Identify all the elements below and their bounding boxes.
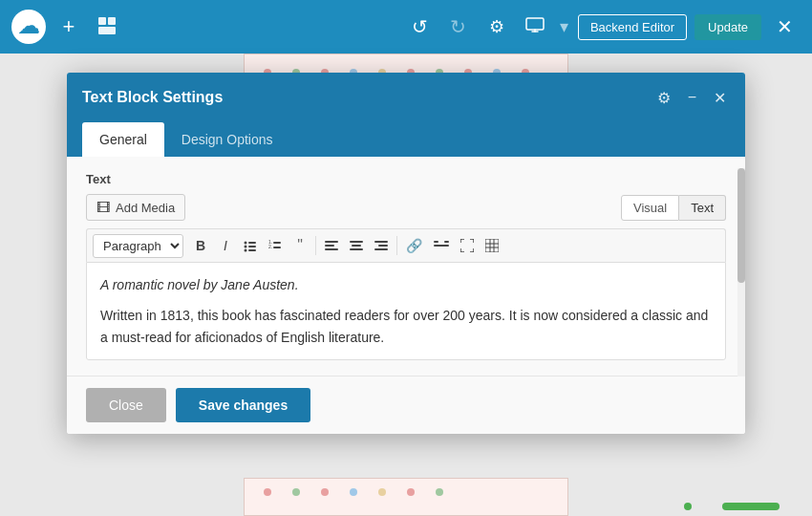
add-media-button[interactable]: 🎞 Add Media: [86, 194, 185, 221]
modal-scrollbar[interactable]: [737, 168, 745, 376]
svg-rect-23: [434, 245, 449, 247]
modal-tabs: General Design Options: [67, 122, 745, 157]
svg-rect-16: [325, 248, 338, 250]
svg-rect-18: [352, 245, 361, 247]
field-label-text: Text: [86, 172, 726, 186]
logo-button[interactable]: ☁: [11, 10, 46, 44]
modal-footer: Close Save changes: [67, 376, 745, 434]
tab-general[interactable]: General: [82, 122, 164, 157]
svg-rect-24: [434, 241, 438, 243]
backend-editor-button[interactable]: Backend Editor: [578, 14, 687, 40]
layout-button[interactable]: [92, 11, 122, 42]
toolbar-right: Backend Editor Update ✕: [578, 11, 801, 42]
text-editor-area[interactable]: A romantic novel by Jane Austen. Written…: [86, 262, 726, 360]
hr-button[interactable]: [429, 233, 454, 258]
save-changes-button[interactable]: Save changes: [176, 388, 310, 422]
modal-close-icon[interactable]: ✕: [710, 85, 730, 111]
align-right-button[interactable]: [370, 233, 393, 258]
logo-icon: ☁: [18, 14, 39, 39]
bg-strip-bottom: [244, 478, 568, 516]
display-icon: [525, 15, 545, 38]
svg-rect-15: [325, 245, 334, 247]
svg-rect-14: [325, 241, 338, 243]
link-button[interactable]: 🔗: [401, 233, 427, 258]
separator-2: [396, 236, 397, 255]
svg-rect-13: [273, 247, 281, 248]
plus-icon: +: [63, 14, 75, 39]
modal-scrollbar-thumb[interactable]: [737, 168, 745, 283]
svg-rect-20: [374, 241, 388, 243]
paragraph-select[interactable]: Paragraph: [93, 234, 183, 258]
svg-text:2.: 2.: [268, 244, 272, 249]
svg-rect-2: [98, 27, 116, 34]
tab-design-options[interactable]: Design Options: [164, 122, 290, 157]
svg-rect-7: [248, 246, 256, 247]
redo-button[interactable]: ↻: [443, 11, 474, 42]
table-button[interactable]: [481, 233, 503, 258]
svg-rect-11: [273, 242, 281, 244]
settings-button[interactable]: ⚙: [481, 11, 512, 42]
settings-icon: ⚙: [489, 16, 504, 37]
modal-header: Text Block Settings ⚙ − ✕: [67, 73, 745, 122]
svg-rect-25: [444, 241, 449, 243]
close-toolbar-button[interactable]: ✕: [769, 11, 801, 42]
undo-icon: ↺: [412, 15, 428, 38]
close-modal-button[interactable]: Close: [86, 388, 166, 422]
add-block-button[interactable]: +: [53, 11, 84, 42]
svg-rect-1: [108, 17, 116, 25]
modal-dialog: Text Block Settings ⚙ − ✕ General Design…: [67, 73, 745, 434]
text-tab[interactable]: Text: [679, 195, 726, 221]
modal-minimize-icon[interactable]: −: [684, 85, 700, 110]
svg-point-4: [245, 242, 247, 245]
blockquote-button[interactable]: ": [288, 233, 311, 258]
modal-settings-icon[interactable]: ⚙: [653, 85, 674, 111]
format-toolbar: Paragraph B I 1. 2.: [86, 228, 726, 262]
italic-button[interactable]: I: [214, 233, 237, 258]
update-button[interactable]: Update: [694, 14, 761, 40]
editor-body-text: Written in 1813, this book has fascinate…: [100, 308, 708, 344]
svg-rect-26: [485, 239, 499, 252]
redo-icon: ↻: [450, 15, 466, 38]
svg-rect-5: [248, 242, 256, 244]
unordered-list-button[interactable]: [239, 233, 262, 258]
bold-button[interactable]: B: [189, 233, 212, 258]
svg-rect-9: [248, 249, 256, 251]
fullscreen-button[interactable]: [456, 233, 479, 258]
svg-rect-17: [350, 241, 363, 243]
modal-body: Text 🎞 Add Media Visual Text Paragraph B…: [67, 157, 745, 376]
separator-1: [315, 236, 316, 255]
visual-tab[interactable]: Visual: [621, 195, 679, 221]
editor-toolbar-row: 🎞 Add Media Visual Text: [86, 194, 726, 221]
modal-header-icons: ⚙ − ✕: [653, 85, 730, 111]
ordered-list-button[interactable]: 1. 2.: [264, 233, 287, 258]
svg-rect-19: [350, 248, 363, 250]
canvas-area: Text Block Settings ⚙ − ✕ General Design…: [0, 54, 812, 516]
svg-rect-22: [374, 248, 388, 250]
svg-point-8: [245, 249, 247, 252]
svg-rect-0: [98, 17, 106, 25]
add-media-icon: 🎞: [96, 200, 110, 215]
display-button[interactable]: [520, 11, 550, 42]
display-dropdown-icon[interactable]: ▾: [558, 16, 570, 37]
visual-text-tabs: Visual Text: [621, 195, 726, 221]
svg-rect-21: [378, 245, 388, 247]
svg-point-6: [245, 246, 247, 248]
add-media-label: Add Media: [116, 201, 175, 215]
align-left-button[interactable]: [320, 233, 343, 258]
align-center-button[interactable]: [345, 233, 368, 258]
svg-rect-3: [526, 18, 544, 30]
modal-title: Text Block Settings: [82, 89, 223, 106]
top-toolbar: ☁ + ↺ ↻ ⚙ ▾ Backend Editor: [0, 0, 812, 54]
layout-icon: [96, 15, 118, 39]
editor-italic-line: A romantic novel by Jane Austen.: [100, 274, 712, 295]
undo-button[interactable]: ↺: [405, 11, 436, 42]
